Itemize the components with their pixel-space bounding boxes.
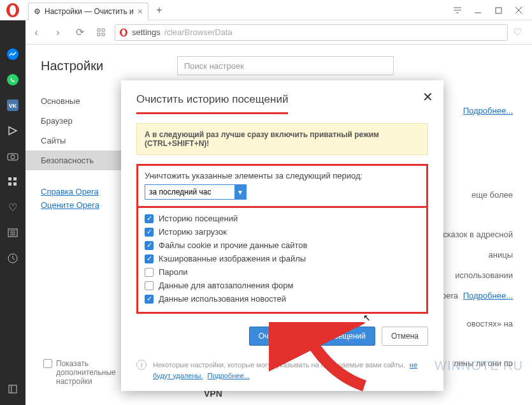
history-icon[interactable] [6,251,20,265]
check-label: Историю загрузок [159,227,227,237]
address-protocol: settings [132,27,161,37]
check-row-2[interactable]: ✓Файлы cookie и прочие данные сайтов [145,239,420,252]
svg-rect-6 [496,8,501,13]
checkbox-icon [145,281,154,290]
clear-data-modal: Очистить историю посещений ✕ А в следующ… [121,80,443,391]
whatsapp-icon[interactable] [6,73,20,87]
opera-small-icon [119,28,128,37]
extensions-icon[interactable] [6,175,20,189]
svg-point-14 [122,29,126,36]
check-label: Историю посещений [159,214,238,223]
clear-button[interactable]: Очистить историю посещений [249,327,375,346]
svg-rect-24 [13,182,17,186]
check-row-6[interactable]: ✓Данные использования новостей [145,292,420,306]
minimize-icon[interactable] [473,6,482,15]
sidebar-collapse-icon[interactable] [6,382,20,396]
new-tab-button[interactable]: + [152,3,166,17]
check-label: Кэшированные изображения и файлы [159,254,306,263]
period-select[interactable]: за последний час ▼ [145,184,247,200]
cursor-icon: ↖ [363,313,371,323]
nav-basic[interactable]: Основные [41,91,126,111]
checkbox-icon: ✓ [145,228,154,237]
svg-line-31 [13,258,15,260]
browser-tab[interactable]: ⚙ Настройки — Очистить и × [28,3,148,20]
forward-button[interactable]: › [50,24,66,41]
nav-browser[interactable]: Браузер [41,111,126,131]
address-bar[interactable]: settings/clearBrowserData [115,24,508,41]
tab-close-icon[interactable]: × [138,6,143,17]
period-block: Уничтожить указанные элементы за следующ… [136,164,428,208]
maximize-icon[interactable] [494,6,503,15]
cancel-button[interactable]: Отмена [382,327,428,346]
check-row-0[interactable]: ✓Историю посещений [145,212,420,225]
svg-rect-12 [102,33,104,36]
check-label: Данные для автозаполнения форм [159,281,294,290]
checkbox-icon: ✓ [145,241,154,250]
period-label: Уничтожить указанные элементы за следующ… [145,171,420,180]
checkbox-icon: ✓ [145,254,154,263]
checkbox-list: ✓Историю посещений✓Историю загрузок✓Файл… [136,208,428,314]
nav-sites[interactable]: Сайты [41,131,126,151]
more-link-1[interactable]: Подробнее... [463,106,513,115]
back-button[interactable]: ‹ [28,24,45,41]
left-sidebar: VK ♡ [0,20,25,405]
svg-rect-11 [97,33,100,36]
checkbox-icon [145,268,154,277]
check-row-1[interactable]: ✓Историю загрузок [145,225,420,239]
bookmarks-icon[interactable] [6,124,20,138]
search-settings-input[interactable]: Поиск настроек [177,56,394,75]
toolbar: ‹ › ⟳ settings/clearBrowserData ♡ [0,20,532,45]
check-row-3[interactable]: ✓Кэшированные изображения и файлы [145,252,420,265]
check-row-5[interactable]: Данные для автозаполнения форм [145,279,420,292]
info-icon: i [136,360,147,370]
svg-point-20 [11,155,15,159]
svg-rect-10 [102,29,104,31]
gear-icon: ⚙ [34,7,41,16]
messenger-icon[interactable] [6,47,20,61]
checkbox-icon: ✓ [145,295,154,304]
heart-icon[interactable]: ♡ [513,26,526,38]
modal-close-button[interactable]: ✕ [422,89,433,105]
watermark: WINNOTE RU [435,358,523,373]
menu-icon[interactable] [453,6,462,15]
svg-rect-22 [13,177,17,180]
nav-security[interactable]: Безопасность [25,151,126,170]
footnote-more-link[interactable]: Подробнее... [208,372,250,379]
vk-icon[interactable]: VK [6,98,20,112]
svg-rect-32 [9,385,17,393]
settings-title: Настройки [41,59,126,73]
check-label: Файлы cookie и прочие данные сайтов [159,240,307,250]
rate-link[interactable]: Оцените Opera [41,200,126,210]
check-label: Данные использования новостей [159,294,286,304]
settings-nav: Настройки Основные Браузер Сайты Безопас… [25,45,126,405]
close-icon[interactable] [514,6,523,15]
svg-point-1 [10,5,16,15]
svg-point-16 [7,74,18,85]
reload-button[interactable]: ⟳ [71,24,88,41]
address-path: /clearBrowserData [164,27,233,37]
checkbox-icon: ✓ [145,214,154,223]
heart-sidebar-icon[interactable]: ♡ [6,200,20,214]
svg-rect-23 [8,182,11,186]
checkbox-icon [43,359,52,368]
modal-footnote: i Некоторые настройки, которые могут ука… [136,360,428,381]
speed-dial-icon[interactable] [93,24,110,41]
svg-text:VK: VK [9,103,17,109]
tab-title: Настройки — Очистить и [45,7,134,16]
help-link[interactable]: Справка Opera [41,187,126,196]
chevron-down-icon: ▼ [234,185,246,199]
check-label: Пароли [159,267,188,277]
news-icon[interactable] [6,226,20,240]
check-row-4[interactable]: Пароли [145,265,420,279]
modal-title: Очистить историю посещений [136,93,288,114]
snapshot-icon[interactable] [6,149,20,163]
svg-rect-21 [8,177,11,180]
window-controls [444,0,532,20]
private-mode-tip: А в следующий раз лучше сразу включить п… [136,123,428,155]
svg-rect-9 [97,29,100,31]
more-link-2[interactable]: Подробнее... [463,291,513,300]
opera-logo [5,3,20,18]
